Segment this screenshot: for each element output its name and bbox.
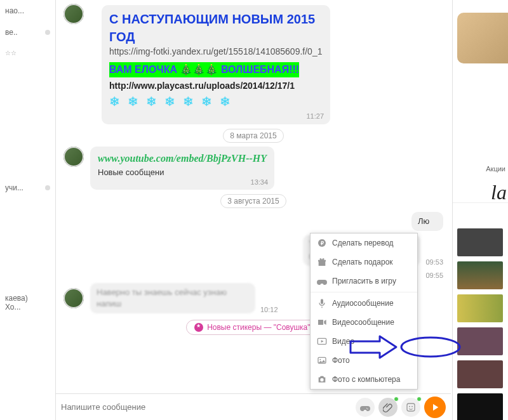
stars-icon: ☆☆ [5, 49, 17, 56]
menu-item-audio-message[interactable]: Аудиосообщение [311, 294, 417, 313]
camera-icon [317, 374, 327, 384]
sidebar-item-label: ве.. [5, 28, 18, 37]
message-bubble: С НАСТУПАЮЩИМ НОВЫМ 2015 ГОД https://img… [102, 5, 330, 124]
paperclip-icon [383, 402, 393, 412]
image-url-text: https://img-fotki.yandex.ru/get/15518/14… [109, 46, 323, 58]
svg-text:₽: ₽ [321, 240, 324, 246]
message-text: Наверно ты знаешь сейчас узнаю напиш [97, 287, 227, 308]
thumbnail[interactable] [457, 393, 503, 420]
highlight-pre: ВАМ ЕЛОЧКА [109, 64, 180, 75]
message-bubble: www.youtube.com/embed/BbjPzVH--HY Новые … [90, 147, 274, 190]
stickers-icon [194, 323, 203, 332]
sticker-button[interactable] [401, 398, 420, 417]
send-button[interactable] [424, 397, 446, 418]
message-time: 09:55 [425, 272, 443, 279]
gift-icon [317, 257, 327, 267]
ad-brand: la [491, 181, 507, 204]
sidebar-item-label: учи... [5, 183, 23, 192]
message-time: 09:53 [425, 258, 443, 266]
thumbnail[interactable] [457, 261, 503, 289]
menu-item-video[interactable]: Видео [311, 332, 417, 351]
message-row: С НАСТУПАЮЩИМ НОВЫМ 2015 ГОД https://img… [64, 5, 443, 124]
message-input[interactable] [61, 402, 352, 412]
message-time: 11:27 [306, 112, 324, 121]
message-text: Лю [418, 216, 429, 226]
highlight-text: ВАМ ЕЛОЧКА 🎄🎄🎄 ВОЛШЕБНАЯ!!! [109, 62, 299, 77]
sidebar-item-label: Хо... [5, 303, 21, 312]
notification-dot-icon [394, 397, 399, 402]
attach-menu: ₽ Сделать перевод Сделать подарок Пригла… [310, 233, 418, 390]
sidebar-item-3[interactable]: ☆☆ [0, 43, 55, 63]
sidebar-item-1[interactable]: нао... [0, 0, 55, 22]
date-label: 3 августа 2015 [220, 194, 286, 208]
input-row [56, 393, 451, 420]
thumbnail-list [457, 228, 505, 420]
gamepad-icon [360, 402, 370, 412]
menu-label: Сделать подарок [332, 258, 393, 266]
ad-panel[interactable]: Акции la [453, 0, 508, 203]
ruble-icon: ₽ [317, 238, 327, 248]
sidebar-item-label: нао... [5, 6, 24, 15]
message-text: Новые сообщени [98, 167, 267, 178]
status-dot-icon [45, 185, 50, 190]
gamepad-icon [317, 276, 327, 286]
microphone-icon [317, 298, 327, 308]
left-sidebar: нао... ве.. ☆☆ учи... каева) Хо... [0, 0, 56, 420]
tree-icon: 🎄🎄🎄 [180, 64, 218, 75]
menu-item-photo-from-computer[interactable]: Фото с компьютера [311, 370, 417, 389]
video-play-icon [317, 336, 327, 346]
youtube-link[interactable]: www.youtube.com/embed/BbjPzVH--HY [98, 152, 267, 166]
menu-label: Фото [332, 356, 350, 365]
menu-item-video-message[interactable]: Видеосообщение [311, 313, 417, 332]
message-time: 13:34 [251, 178, 269, 187]
right-panel: Акции la [452, 0, 508, 420]
avatar[interactable] [64, 147, 84, 167]
date-separator: 8 марта 2015 [64, 131, 443, 140]
status-dot-icon [45, 30, 50, 35]
thumbnail[interactable] [457, 360, 503, 388]
thumbnail[interactable] [457, 294, 503, 322]
thumbnail[interactable] [457, 327, 503, 355]
svg-point-2 [411, 405, 413, 407]
menu-item-invite-game[interactable]: Пригласить в игру [311, 272, 417, 291]
greeting-text: С НАСТУПАЮЩИМ НОВЫМ 2015 ГОД [109, 10, 323, 46]
chat-area: С НАСТУПАЮЩИМ НОВЫМ 2015 ГОД https://img… [56, 0, 451, 420]
ad-image [457, 13, 508, 63]
message-bubble: Лю [411, 212, 443, 231]
menu-label: Фото с компьютера [332, 375, 400, 384]
date-separator: 3 августа 2015 [64, 196, 443, 206]
sidebar-item-label: каева) [5, 294, 28, 303]
svg-rect-0 [407, 404, 415, 411]
menu-divider [311, 292, 417, 292]
sidebar-item-4[interactable]: учи... [0, 177, 55, 199]
menu-item-photo[interactable]: Фото [311, 351, 417, 370]
message-time: 10:12 [260, 306, 278, 313]
avatar[interactable] [64, 4, 84, 24]
smiley-icon [406, 402, 416, 412]
snowflakes-row: ❄❄❄❄❄❄❄ [109, 93, 323, 110]
send-icon [429, 402, 441, 413]
videocam-icon [317, 317, 327, 327]
message-bubble: Наверно ты знаешь сейчас узнаю напиш [90, 283, 255, 313]
thumbnail[interactable] [457, 228, 503, 256]
playcast-link[interactable]: http://www.playcast.ru/uploads/2014/12/1… [109, 80, 323, 93]
attach-button[interactable] [378, 398, 398, 417]
menu-item-transfer[interactable]: ₽ Сделать перевод [311, 233, 417, 253]
message-row: www.youtube.com/embed/BbjPzVH--HY Новые … [64, 147, 443, 190]
sidebar-item-5[interactable]: каева) Хо... [0, 287, 55, 318]
menu-label: Видео [332, 337, 354, 346]
games-button[interactable] [356, 398, 375, 417]
menu-label: Аудиосообщение [332, 299, 394, 308]
menu-label: Пригласить в игру [332, 277, 396, 285]
svg-point-7 [319, 359, 321, 360]
avatar[interactable] [64, 288, 84, 308]
date-label: 8 марта 2015 [223, 129, 283, 143]
menu-label: Видеосообщение [332, 318, 394, 327]
stickers-label: Новые стикеры — "Совушка"! [207, 323, 312, 332]
svg-point-1 [409, 405, 410, 407]
message-row-outgoing: Лю [64, 212, 443, 231]
highlight-post: ВОЛШЕБНАЯ!!! [218, 64, 299, 75]
sidebar-item-2[interactable]: ве.. [0, 22, 55, 43]
menu-item-gift[interactable]: Сделать подарок [311, 253, 417, 272]
menu-label: Сделать перевод [332, 239, 394, 247]
